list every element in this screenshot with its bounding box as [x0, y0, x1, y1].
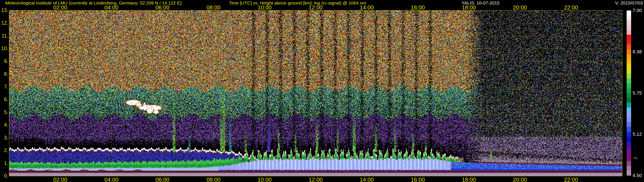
x-tick-label: 08:00 — [204, 4, 223, 11]
colorbar-cell — [626, 49, 631, 54]
lidar-heatmap-canvas — [9, 10, 622, 176]
x-tick-label: 04:00 — [102, 4, 121, 11]
y-tick-label: 10. — [0, 46, 8, 51]
x-tick-label: 18:00 — [459, 177, 478, 182]
y-tick-label: 9. — [0, 58, 8, 64]
x-tick-label: 12:00 — [306, 177, 326, 182]
y-tick-label: 13. — [0, 7, 8, 13]
x-tick-label: 22:00 — [561, 4, 581, 11]
y-tick-label: 12. — [0, 20, 8, 26]
colorbar-cell — [626, 83, 631, 88]
version-label: V: 2015/07/03 — [615, 0, 643, 5]
y-tick-label: 11. — [0, 33, 8, 39]
x-tick-label: 04:00 — [102, 177, 121, 182]
colorbar-cell — [626, 103, 631, 108]
colorbar-cell — [626, 45, 631, 49]
chart-title: Time [UTC] vs. Height above ground [km]:… — [229, 0, 366, 5]
x-tick-label: 02:00 — [51, 4, 70, 11]
colorbar-cell — [626, 10, 631, 15]
x-tick-label: 20:00 — [510, 4, 530, 11]
x-tick-label: 22:00 — [561, 177, 581, 182]
colorbar-cell — [626, 171, 631, 176]
colorbar-cell — [626, 98, 631, 103]
x-tick-label: 18:00 — [459, 4, 478, 11]
colorbar-cell — [626, 127, 631, 132]
x-tick-label: 08:00 — [204, 177, 223, 182]
x-tick-label: 14:00 — [357, 4, 376, 11]
colorbar-cell — [626, 54, 631, 59]
x-tick-label: 16:00 — [408, 4, 428, 11]
y-tick-label: 1. — [0, 160, 8, 166]
y-tick-label: 2. — [0, 148, 8, 153]
colorbar-cell — [626, 74, 631, 79]
y-tick-label: 8. — [0, 71, 8, 77]
colorbar-cell — [626, 107, 631, 112]
colorbar-cell — [626, 25, 631, 30]
x-tick-label: 14:00 — [357, 177, 376, 182]
colorbar-cell — [626, 20, 631, 25]
colorbar-cell — [626, 69, 631, 74]
colorbar-cell — [626, 40, 631, 45]
colorbar — [626, 10, 631, 176]
colorbar-cell — [626, 88, 631, 93]
colorbar-cell — [626, 78, 631, 83]
x-tick-label: 02:00 — [51, 177, 70, 182]
x-tick-label: 12:00 — [306, 4, 326, 11]
x-tick-label: 20:00 — [510, 177, 530, 182]
colorbar-cell — [626, 146, 631, 151]
colorbar-cell — [626, 132, 631, 137]
x-tick-label: 06:00 — [153, 4, 172, 11]
y-tick-label: 0. — [0, 173, 8, 179]
colorbar-cell — [626, 30, 631, 35]
colorbar-tick-label: 7.00 — [632, 8, 642, 13]
colorbar-cell — [626, 59, 631, 64]
colorbar-cell — [626, 137, 631, 142]
y-tick-label: 3. — [0, 135, 8, 141]
colorbar-cell — [626, 112, 631, 117]
colorbar-cell — [626, 161, 631, 166]
y-tick-label: 5. — [0, 109, 8, 115]
y-tick-label: 6. — [0, 96, 8, 102]
plot-frame — [9, 10, 622, 176]
x-tick-label: 10:00 — [255, 4, 274, 11]
colorbar-cell — [626, 122, 631, 127]
colorbar-cell — [626, 156, 631, 161]
colorbar-cell — [626, 35, 631, 40]
colorbar-cell — [626, 64, 631, 69]
x-tick-label: 06:00 — [153, 177, 172, 182]
colorbar-tick-label: 4.50 — [632, 173, 642, 178]
x-tick-label: 16:00 — [408, 177, 428, 182]
colorbar-cell — [626, 166, 631, 171]
lidar-quicklook-page: { "chart_data": { "type": "heatmap", "st… — [0, 0, 644, 182]
colorbar-cell — [626, 93, 631, 98]
colorbar-cell — [626, 117, 631, 122]
colorbar-tick-label: 5.75 — [632, 90, 642, 96]
x-tick-label: 10:00 — [255, 177, 274, 182]
y-tick-label: 7. — [0, 84, 8, 90]
colorbar-tick-label: 5.12 — [632, 131, 642, 137]
colorbar-cell — [626, 142, 631, 146]
colorbar-eq-label: eq — [634, 156, 637, 160]
colorbar-tick-label: 6.38 — [632, 49, 642, 55]
colorbar-cell — [626, 15, 631, 20]
y-tick-label: 4. — [0, 122, 8, 128]
colorbar-cell — [626, 151, 631, 156]
